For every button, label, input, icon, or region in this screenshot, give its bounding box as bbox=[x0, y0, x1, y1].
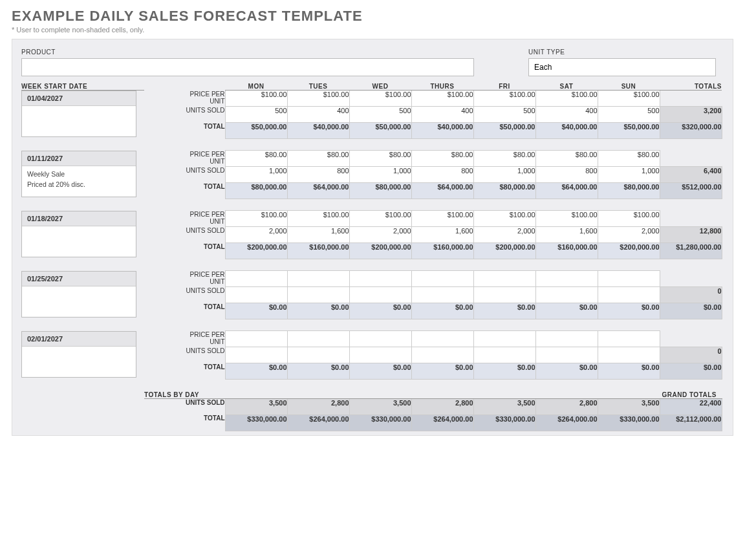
units-cell[interactable]: 800 bbox=[287, 167, 349, 183]
unit-type-input[interactable] bbox=[528, 58, 716, 76]
units-cell[interactable] bbox=[349, 287, 411, 303]
total-cell: $80,000.00 bbox=[225, 183, 287, 199]
total-cell: $64,000.00 bbox=[535, 183, 598, 199]
grand-totals-header: GRAND TOTALS bbox=[660, 391, 722, 399]
units-cell[interactable] bbox=[225, 347, 287, 363]
units-cell[interactable] bbox=[535, 347, 598, 363]
units-cell[interactable] bbox=[349, 347, 411, 363]
units-cell[interactable]: 500 bbox=[349, 107, 411, 123]
price-cell[interactable]: $80.00 bbox=[411, 151, 473, 167]
row-total-cell: $0.00 bbox=[660, 363, 722, 380]
price-cell[interactable]: $100.00 bbox=[411, 211, 473, 227]
price-cell[interactable]: $100.00 bbox=[225, 91, 287, 107]
units-cell[interactable]: 1,000 bbox=[473, 167, 535, 183]
price-cell[interactable]: $100.00 bbox=[598, 211, 660, 227]
units-cell[interactable] bbox=[411, 347, 473, 363]
price-cell[interactable] bbox=[225, 271, 287, 287]
totals-header: TOTALS bbox=[660, 83, 722, 91]
total-label: TOTAL bbox=[144, 243, 225, 259]
forecast-table: WEEK START DATEMONTUESWEDTHURSFRISATSUNT… bbox=[21, 83, 722, 431]
hint-text: * User to complete non-shaded cells, onl… bbox=[12, 26, 733, 34]
price-total-cell bbox=[660, 211, 722, 227]
price-cell[interactable] bbox=[411, 271, 473, 287]
units-cell[interactable] bbox=[598, 287, 660, 303]
units-cell[interactable]: 1,600 bbox=[287, 227, 349, 243]
price-cell[interactable] bbox=[598, 271, 660, 287]
units-cell[interactable]: 1,000 bbox=[349, 167, 411, 183]
price-cell[interactable] bbox=[411, 331, 473, 347]
units-cell[interactable] bbox=[535, 287, 598, 303]
units-cell[interactable]: 800 bbox=[411, 167, 473, 183]
price-cell[interactable]: $100.00 bbox=[473, 211, 535, 227]
total-cell: $80,000.00 bbox=[349, 183, 411, 199]
price-cell[interactable]: $100.00 bbox=[535, 211, 598, 227]
price-cell[interactable]: $100.00 bbox=[287, 91, 349, 107]
week-date: 01/04/2027 bbox=[22, 91, 136, 106]
units-cell[interactable]: 500 bbox=[473, 107, 535, 123]
units-cell[interactable]: 400 bbox=[411, 107, 473, 123]
price-per-unit-label: PRICE PERUNIT bbox=[144, 331, 225, 347]
price-cell[interactable]: $80.00 bbox=[535, 151, 598, 167]
units-sold-label: UNITS SOLD bbox=[144, 167, 225, 183]
week-date-box: 01/04/2027 bbox=[21, 91, 136, 137]
day-money-total: $330,000.00 bbox=[598, 415, 660, 431]
day-header: MON bbox=[225, 83, 287, 91]
total-cell: $160,000.00 bbox=[287, 243, 349, 259]
units-cell[interactable]: 500 bbox=[225, 107, 287, 123]
units-cell[interactable]: 500 bbox=[598, 107, 660, 123]
price-cell[interactable]: $100.00 bbox=[349, 91, 411, 107]
price-cell[interactable]: $100.00 bbox=[535, 91, 598, 107]
units-cell[interactable] bbox=[287, 287, 349, 303]
day-header: FRI bbox=[473, 83, 535, 91]
price-cell[interactable] bbox=[598, 331, 660, 347]
price-cell[interactable]: $80.00 bbox=[598, 151, 660, 167]
units-cell[interactable] bbox=[225, 287, 287, 303]
price-cell[interactable] bbox=[473, 271, 535, 287]
units-cell[interactable]: 400 bbox=[287, 107, 349, 123]
product-input[interactable] bbox=[21, 58, 474, 76]
day-money-total: $330,000.00 bbox=[473, 415, 535, 431]
price-cell[interactable]: $80.00 bbox=[349, 151, 411, 167]
price-cell[interactable]: $100.00 bbox=[225, 211, 287, 227]
units-cell[interactable]: 2,000 bbox=[598, 227, 660, 243]
units-cell[interactable]: 1,000 bbox=[598, 167, 660, 183]
price-cell[interactable]: $80.00 bbox=[287, 151, 349, 167]
units-cell[interactable] bbox=[287, 347, 349, 363]
price-cell[interactable] bbox=[287, 331, 349, 347]
price-cell[interactable]: $100.00 bbox=[473, 91, 535, 107]
units-cell[interactable]: 400 bbox=[535, 107, 598, 123]
units-cell[interactable]: 2,000 bbox=[349, 227, 411, 243]
price-cell[interactable] bbox=[349, 331, 411, 347]
total-label: TOTAL bbox=[144, 363, 225, 380]
units-cell[interactable]: 800 bbox=[535, 167, 598, 183]
total-cell: $200,000.00 bbox=[598, 243, 660, 259]
total-cell: $0.00 bbox=[411, 363, 473, 380]
units-cell[interactable]: 2,000 bbox=[473, 227, 535, 243]
price-cell[interactable]: $100.00 bbox=[287, 211, 349, 227]
price-cell[interactable]: $100.00 bbox=[411, 91, 473, 107]
units-cell[interactable] bbox=[411, 287, 473, 303]
price-cell[interactable] bbox=[535, 271, 598, 287]
price-cell[interactable]: $80.00 bbox=[473, 151, 535, 167]
price-cell[interactable] bbox=[473, 331, 535, 347]
price-cell[interactable]: $100.00 bbox=[349, 211, 411, 227]
units-cell[interactable]: 1,000 bbox=[225, 167, 287, 183]
day-units-total: 2,800 bbox=[287, 398, 349, 415]
price-cell[interactable] bbox=[225, 331, 287, 347]
units-cell[interactable] bbox=[598, 347, 660, 363]
price-cell[interactable] bbox=[535, 331, 598, 347]
total-cell: $50,000.00 bbox=[349, 123, 411, 139]
units-cell[interactable] bbox=[473, 347, 535, 363]
total-cell: $64,000.00 bbox=[287, 183, 349, 199]
price-cell[interactable] bbox=[349, 271, 411, 287]
units-cell[interactable]: 1,600 bbox=[535, 227, 598, 243]
units-cell[interactable]: 1,600 bbox=[411, 227, 473, 243]
price-cell[interactable]: $100.00 bbox=[598, 91, 660, 107]
total-label: TOTAL bbox=[144, 183, 225, 199]
price-cell[interactable]: $80.00 bbox=[225, 151, 287, 167]
units-cell[interactable]: 2,000 bbox=[225, 227, 287, 243]
units-cell[interactable] bbox=[473, 287, 535, 303]
forecast-sheet: PRODUCT UNIT TYPE WEEK START DATEMONTUES… bbox=[12, 39, 733, 436]
price-total-cell bbox=[660, 91, 722, 107]
price-cell[interactable] bbox=[287, 271, 349, 287]
